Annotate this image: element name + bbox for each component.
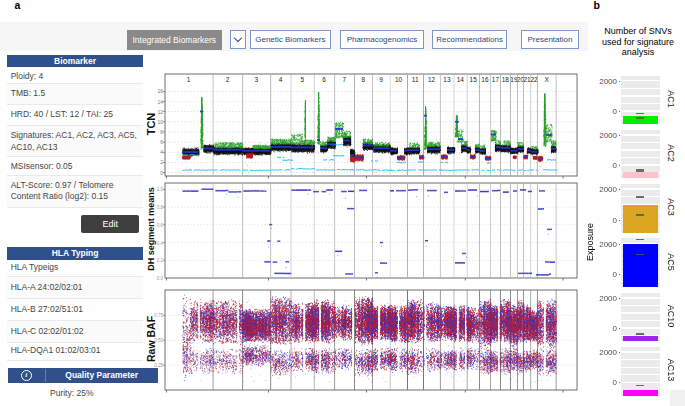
exposure-bar-ac3: [623, 205, 658, 233]
dh-axis-label: DH segment means: [146, 169, 156, 289]
ci-whisker: [636, 239, 644, 241]
facet-gridline: [621, 142, 660, 143]
facet-ytick-label: 2000: [599, 185, 617, 194]
figure-panel-b-label: b: [594, 0, 600, 11]
baf-plot-canvas: [161, 286, 586, 396]
facet-ytick-label: 0: [613, 106, 617, 115]
tab-pharmacogenomics[interactable]: Pharmacogenomics: [340, 30, 423, 50]
hla-row: HLA-A 24:02/02:01: [7, 277, 144, 299]
facet-tickmark: [619, 189, 621, 190]
exposure-bar-ac2: [623, 172, 658, 178]
tab-presentation[interactable]: Presentation: [521, 30, 578, 50]
ci-whisker: [636, 196, 644, 198]
facet-gridline: [621, 382, 660, 384]
biomarker-row: ALT-Score: 0.97 / Telomere Content Ratio…: [7, 176, 144, 208]
facet-gridline: [621, 320, 660, 321]
facet-strip-label-ac5: AC5: [666, 242, 676, 282]
biomarker-section-header: Biomarker: [7, 55, 144, 67]
hla-typing-section-header: HLA Typing: [7, 247, 144, 260]
facet-ytick-label: 0: [613, 215, 617, 224]
facet-tickmark: [619, 244, 621, 245]
biomarker-row: Ploidy: 4: [7, 67, 144, 84]
ci-whisker: [636, 214, 644, 216]
edit-button[interactable]: Edit: [81, 215, 139, 234]
facet-panel-ac5: [621, 238, 660, 287]
facet-gridline: [621, 327, 660, 329]
biomarker-row: HRD: 40 / LST: 12 / TAI: 25: [7, 105, 144, 126]
exposure-bar-ac10: [623, 336, 658, 341]
facet-gridline: [621, 297, 660, 299]
quality-parameter-section-header: iQuality Parameter: [8, 368, 158, 383]
facet-gridline: [621, 95, 660, 97]
ci-whisker: [636, 333, 644, 335]
ci-whisker: [636, 254, 644, 256]
signature-panel-title: Number of SNVs used for signature analys…: [594, 26, 682, 58]
facet-tickmark: [619, 352, 621, 353]
facet-gridline: [621, 374, 660, 375]
facet-tickmark: [619, 328, 621, 329]
tab-genetic-biomarkers[interactable]: Genetic Biomarkers: [250, 30, 332, 50]
ci-whisker: [636, 117, 644, 119]
hla-row: HLA Typeigs: [7, 260, 144, 277]
biomarker-row: MSIsensor: 0.05: [7, 157, 144, 175]
facet-gridline: [621, 157, 660, 158]
quality-row: Purity: 25%: [50, 388, 93, 398]
facet-tickmark: [619, 135, 621, 136]
facet-gridline: [621, 367, 660, 369]
facet-strip-label-ac3: AC3: [666, 187, 676, 227]
ci-whisker: [636, 171, 644, 173]
hla-row: HLA-B 27:02/51:01: [7, 299, 144, 321]
facet-strip-label-ac10: AC10: [666, 296, 676, 336]
facet-gridline: [621, 80, 660, 82]
hla-row: HLA-DQA1 01:02/03:01: [7, 343, 144, 361]
facet-ytick-label: 2000: [599, 293, 617, 302]
facet-ytick-label: 2000: [599, 131, 617, 140]
facet-strip-label-ac13: AC13: [666, 350, 676, 390]
exposure-bar-ac5: [623, 244, 658, 287]
facet-gridline: [621, 164, 660, 166]
facet-gridline: [621, 351, 660, 353]
exposure-bar-ac13: [623, 390, 658, 396]
facet-gridline: [621, 312, 660, 314]
facet-gridline: [621, 134, 660, 136]
exposure-axis-label: Exposure: [585, 201, 595, 261]
facet-strip-label-ac1: AC1: [666, 79, 676, 119]
facet-panel-ac10: [621, 293, 660, 342]
facet-panel-ac3: [621, 184, 660, 233]
tab-dropdown-button[interactable]: [230, 30, 246, 50]
facet-panel-ac13: [621, 347, 660, 396]
tcn-plot-canvas: [161, 70, 586, 182]
ci-whisker: [636, 113, 644, 115]
facet-panel-ac1: [621, 76, 660, 125]
facet-gridline: [621, 88, 660, 89]
quality-parameter-title: Quality Parameter: [46, 368, 158, 383]
facet-tickmark: [619, 81, 621, 82]
facet-ytick-label: 2000: [599, 348, 617, 357]
facet-gridline: [621, 359, 660, 360]
scrollbar-corner: [670, 390, 685, 406]
facet-ytick-label: 2000: [599, 239, 617, 248]
tab-recommendations[interactable]: Recommendations: [432, 30, 507, 50]
facet-ytick-label: 0: [613, 378, 617, 387]
facet-strip-label-ac2: AC2: [666, 133, 676, 173]
facet-gridline: [621, 149, 660, 151]
facet-tickmark: [619, 382, 621, 383]
info-icon-cell: i: [8, 368, 45, 383]
facet-panel-ac2: [621, 130, 660, 179]
facet-tickmark: [619, 274, 621, 275]
facet-tickmark: [619, 165, 621, 166]
info-icon[interactable]: i: [21, 370, 32, 381]
facet-ytick-label: 0: [613, 161, 617, 170]
app-root: { "page":{"panel_a_label":"a","panel_b_l…: [0, 0, 685, 406]
facet-ytick-label: 0: [613, 324, 617, 333]
facet-gridline: [621, 305, 660, 306]
facet-gridline: [621, 110, 660, 112]
biomarker-row: Signatures: AC1, AC2, AC3, AC5, AC10, AC…: [7, 126, 144, 157]
biomarker-row: TMB: 1.5: [7, 84, 144, 105]
dh-plot-canvas: [161, 179, 586, 284]
facet-tickmark: [619, 111, 621, 112]
tcn-axis-label: TCN: [145, 64, 157, 184]
tab-integrated-biomarkers[interactable]: Integrated Biomarkers: [127, 30, 222, 51]
facet-gridline: [621, 188, 660, 190]
hla-row: HLA-C 02:02/01:02: [7, 321, 144, 343]
